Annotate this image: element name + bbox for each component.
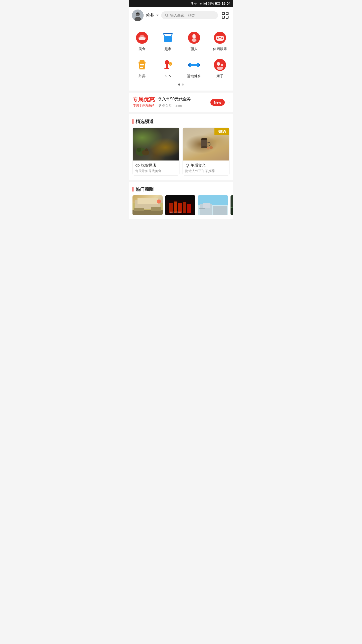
category-meishi[interactable]: 美食 bbox=[129, 28, 155, 55]
wifi-icon bbox=[194, 2, 198, 5]
qinzi-icon bbox=[213, 58, 227, 72]
channel-info-1: 午后食光 附近人气下午茶推荐 bbox=[183, 160, 229, 175]
search-bar[interactable] bbox=[161, 11, 218, 19]
svg-rect-37 bbox=[140, 60, 145, 62]
status-bar: N 38% 15:04 bbox=[129, 0, 233, 7]
sport-label: 运动健身 bbox=[187, 74, 201, 78]
leisure-icon bbox=[213, 31, 227, 45]
svg-point-9 bbox=[136, 12, 140, 16]
category-sport[interactable]: 运动健身 bbox=[181, 55, 207, 83]
area-card-2[interactable] bbox=[198, 195, 228, 215]
channels-grid: 吃货探店 每天带你寻找美食 NEW bbox=[129, 128, 233, 176]
svg-line-13 bbox=[167, 16, 168, 17]
scan-icon bbox=[222, 12, 229, 19]
svg-rect-49 bbox=[188, 64, 190, 66]
promo-item-name: 灸久堂50元代金券 bbox=[158, 97, 207, 102]
svg-rect-4 bbox=[204, 3, 206, 5]
svg-point-30 bbox=[195, 35, 196, 36]
svg-rect-92 bbox=[231, 208, 233, 215]
area-card-0[interactable] bbox=[132, 195, 163, 215]
channel-card-1[interactable]: NEW 午后食光 附近人气下午茶推荐 bbox=[183, 128, 230, 176]
featured-channels-section: 精选频道 吃货探店 bbox=[129, 114, 233, 180]
location-button[interactable]: 杭州 bbox=[146, 13, 159, 18]
scan-button[interactable] bbox=[220, 11, 230, 20]
category-ktv[interactable]: ♪ KTV bbox=[155, 55, 181, 83]
area-img-1: ZOO COFFEE bbox=[165, 195, 195, 215]
hot-areas-section: 热门商圈 bbox=[129, 182, 233, 219]
promo-brand: 专属优惠 专属于你惠更好 bbox=[132, 97, 155, 108]
svg-text:♪: ♪ bbox=[170, 63, 171, 65]
qinzi-label: 亲子 bbox=[216, 74, 223, 78]
svg-rect-74 bbox=[134, 208, 144, 211]
svg-point-21 bbox=[140, 35, 145, 37]
promo-location: 灸久堂 1.1km bbox=[158, 103, 207, 108]
dot-2[interactable] bbox=[182, 84, 184, 86]
location-text: 杭州 bbox=[146, 13, 155, 18]
ktv-label: KTV bbox=[165, 74, 171, 78]
category-chaoshi[interactable]: 超市 bbox=[155, 28, 181, 55]
chaoshi-icon bbox=[161, 31, 175, 45]
svg-point-62 bbox=[201, 138, 207, 140]
category-leisure[interactable]: 休闲娱乐 bbox=[207, 28, 233, 55]
svg-rect-42 bbox=[166, 64, 168, 68]
channel-card-0[interactable]: 吃货探店 每天带你寻找美食 bbox=[132, 128, 179, 176]
search-icon bbox=[165, 13, 169, 17]
section-bar-decoration bbox=[132, 119, 133, 124]
svg-rect-11 bbox=[136, 13, 139, 14]
sim1-icon bbox=[199, 2, 202, 5]
svg-point-41 bbox=[165, 60, 169, 65]
eye-icon bbox=[135, 164, 140, 167]
promo-banner[interactable]: 专属优惠 专属于你惠更好 灸久堂50元代金券 灸久堂 1.1km New › bbox=[129, 93, 233, 112]
fork-icon bbox=[185, 163, 189, 168]
leisure-label: 休闲娱乐 bbox=[213, 47, 227, 51]
svg-rect-90 bbox=[199, 208, 205, 209]
waimai-icon bbox=[135, 58, 149, 72]
page-dots bbox=[129, 83, 233, 89]
svg-rect-89 bbox=[203, 203, 210, 208]
header: 杭州 bbox=[129, 7, 233, 24]
svg-point-64 bbox=[209, 146, 213, 149]
search-input[interactable] bbox=[170, 13, 214, 17]
hot-areas-title: 热门商圈 bbox=[135, 186, 154, 192]
svg-rect-15 bbox=[226, 12, 228, 15]
nfc-icon: N bbox=[191, 2, 193, 5]
liren-label: 丽人 bbox=[191, 47, 198, 51]
promo-shop-name: 灸久堂 bbox=[162, 103, 172, 108]
promo-subtitle: 专属于你惠更好 bbox=[133, 103, 154, 108]
new-tag: NEW bbox=[214, 128, 229, 135]
categories-section: 美食 超市 bbox=[129, 24, 233, 91]
area-img-2 bbox=[198, 195, 228, 215]
dot-1[interactable] bbox=[178, 84, 180, 86]
waimai-label: 外卖 bbox=[139, 74, 146, 78]
svg-rect-2 bbox=[200, 3, 202, 5]
area-img-3 bbox=[231, 195, 233, 215]
meishi-icon bbox=[135, 31, 149, 45]
location-pin-icon bbox=[158, 104, 161, 107]
area-card-3[interactable] bbox=[231, 195, 233, 215]
category-liren[interactable]: 丽人 bbox=[181, 28, 207, 55]
svg-point-66 bbox=[186, 164, 189, 167]
status-icons: N 38% 15:04 bbox=[191, 2, 231, 6]
location-arrow-icon bbox=[156, 15, 159, 16]
svg-rect-14 bbox=[222, 12, 224, 15]
avatar[interactable] bbox=[132, 10, 144, 21]
svg-point-29 bbox=[192, 35, 193, 36]
svg-point-34 bbox=[221, 37, 223, 39]
battery-percent: 38% bbox=[208, 2, 214, 5]
categories-grid: 美食 超市 bbox=[129, 28, 233, 83]
channel-name-1: 午后食光 bbox=[185, 163, 227, 168]
channel-info-0: 吃货探店 每天带你寻找美食 bbox=[133, 160, 179, 175]
svg-rect-75 bbox=[151, 207, 161, 211]
liren-icon bbox=[187, 31, 201, 45]
svg-point-56 bbox=[137, 148, 141, 152]
category-waimai[interactable]: 外卖 bbox=[129, 55, 155, 83]
svg-rect-73 bbox=[132, 210, 163, 215]
channel-name-0: 吃货探店 bbox=[135, 163, 177, 168]
svg-rect-50 bbox=[199, 64, 200, 66]
channel-img-1: NEW bbox=[183, 128, 229, 160]
area-card-1[interactable]: ZOO COFFEE bbox=[165, 195, 195, 215]
promo-title: 专属优惠 bbox=[132, 97, 155, 102]
category-qinzi[interactable]: 亲子 bbox=[207, 55, 233, 83]
svg-point-52 bbox=[217, 62, 220, 66]
areas-scroll[interactable]: ZOO COFFEE bbox=[129, 195, 233, 215]
